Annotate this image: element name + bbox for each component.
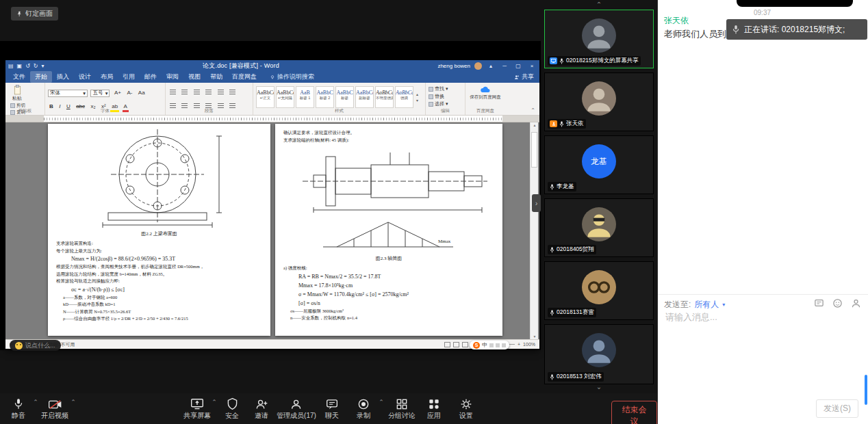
end-meeting-button[interactable]: 结束会议 bbox=[611, 401, 657, 424]
tab-review[interactable]: 审阅 bbox=[162, 71, 183, 83]
document-canvas[interactable]: 图2.2 上梁布置图 支承滚轮装置构造: 每个滚轮上最大压力为: Nmax = … bbox=[5, 122, 539, 339]
participant-tile[interactable]: 张天依 bbox=[544, 72, 654, 131]
styles-gallery-arrows[interactable]: ▴ ▾ bbox=[415, 86, 420, 108]
sort-button[interactable] bbox=[228, 88, 237, 96]
undo-icon[interactable]: ↺ bbox=[25, 63, 30, 69]
baidu-save-button[interactable]: 保存到百度网盘 bbox=[468, 94, 502, 100]
share-options-chevron[interactable]: ⌃ bbox=[212, 399, 217, 406]
styles-scroll-down-icon[interactable]: ▾ bbox=[416, 98, 418, 103]
style-subtitle[interactable]: AaBbCcD副标题 bbox=[355, 86, 374, 108]
decrease-indent-button[interactable] bbox=[204, 88, 213, 96]
horizontal-ruler[interactable] bbox=[5, 116, 539, 122]
read-mode-icon[interactable] bbox=[444, 342, 450, 347]
style-no-spacing[interactable]: AaBbCcD↵无间隔 bbox=[276, 86, 294, 108]
participant-tile-screen-share[interactable]: 02018215郑博文的屏幕共享 bbox=[544, 10, 654, 68]
style-emphasis[interactable]: AaBbCcDz强调 bbox=[395, 86, 413, 108]
quick-chat-placeholder[interactable]: 说点什么... bbox=[25, 341, 55, 350]
quick-chat-bar[interactable]: 说点什么... bbox=[10, 340, 61, 351]
paste-button[interactable]: 粘贴 bbox=[8, 85, 26, 102]
web-layout-icon[interactable] bbox=[462, 342, 468, 347]
breakout-rooms-button[interactable]: 分组讨论 bbox=[388, 397, 416, 421]
emoji-icon[interactable] bbox=[15, 342, 23, 349]
emoji-icon[interactable] bbox=[832, 298, 843, 308]
participant-tile[interactable]: 龙基 李龙基 bbox=[544, 135, 654, 194]
find-button[interactable]: 查找 ▾ bbox=[429, 85, 462, 92]
tab-design[interactable]: 设计 bbox=[74, 71, 96, 83]
start-video-button[interactable]: 开启视频 bbox=[41, 397, 68, 421]
scroll-down-icon[interactable]: ▼ bbox=[531, 334, 539, 339]
sogou-logo-icon[interactable]: S bbox=[473, 342, 480, 349]
tab-home[interactable]: 开始 bbox=[30, 71, 52, 83]
font-name-combo[interactable]: 宋体▾ bbox=[48, 90, 88, 97]
zoom-level[interactable]: 100% bbox=[523, 342, 535, 347]
ime-tool-icon[interactable] bbox=[496, 343, 500, 347]
minimize-button[interactable]: ─ bbox=[500, 63, 509, 69]
numbering-button[interactable] bbox=[180, 88, 189, 96]
tab-mailings[interactable]: 邮件 bbox=[140, 71, 162, 83]
scroll-up-icon[interactable]: ▲ bbox=[531, 123, 539, 127]
scrollbar-thumb[interactable] bbox=[531, 132, 537, 168]
style-heading2[interactable]: AaBbC标题 2 bbox=[316, 86, 334, 108]
tab-baidu-netdisk[interactable]: 百度网盘 bbox=[227, 71, 261, 83]
style-subtle-emphasis[interactable]: AaBbCcDz不明显强调 bbox=[375, 86, 394, 108]
grow-font-button[interactable]: A+ bbox=[113, 89, 123, 96]
ime-language-indicator[interactable]: 中 bbox=[482, 341, 487, 349]
ime-tool-icon[interactable] bbox=[489, 343, 494, 347]
redo-icon[interactable]: ↻ bbox=[34, 63, 38, 69]
mic-options-chevron[interactable]: ⌃ bbox=[33, 399, 38, 406]
style-heading1[interactable]: AaB标题 1 bbox=[296, 86, 314, 108]
style-normal[interactable]: AaBbCcD↵正文 bbox=[256, 86, 275, 108]
styles-scroll-up-icon[interactable]: ▴ bbox=[416, 92, 418, 96]
tab-help[interactable]: 帮助 bbox=[205, 71, 227, 83]
chat-button[interactable]: 聊天 bbox=[325, 397, 339, 421]
close-button[interactable]: × bbox=[527, 63, 537, 69]
mention-person-icon[interactable] bbox=[851, 298, 861, 308]
participant-tile[interactable]: 02018131赛雷 bbox=[544, 261, 654, 320]
select-button[interactable]: 选择 ▾ bbox=[429, 100, 462, 107]
record-button[interactable]: 录制 bbox=[357, 397, 370, 421]
save-icon[interactable]: ▣ bbox=[17, 63, 23, 69]
font-size-combo[interactable]: 五号▾ bbox=[90, 90, 110, 97]
invite-button[interactable]: 邀请 bbox=[255, 397, 268, 421]
replace-button[interactable]: 替换 bbox=[429, 92, 462, 100]
share-button[interactable]: 共享 bbox=[514, 72, 534, 81]
apps-button[interactable]: 应用 bbox=[427, 397, 441, 421]
ime-tool-icon[interactable] bbox=[502, 343, 506, 347]
zoom-in-icon[interactable]: + bbox=[518, 342, 520, 347]
send-to-selector[interactable]: 所有人 bbox=[694, 299, 719, 310]
bullets-button[interactable] bbox=[168, 88, 177, 96]
increase-indent-button[interactable] bbox=[216, 88, 225, 96]
share-screen-button[interactable]: 共享屏幕 bbox=[183, 397, 211, 421]
collapse-ribbon-icon[interactable]: ⌃ bbox=[531, 107, 535, 114]
chat-scrollbar-thumb[interactable] bbox=[865, 375, 867, 405]
change-case-button[interactable]: Aa bbox=[137, 89, 146, 96]
document-scrollbar[interactable]: ▲ ▼ bbox=[530, 122, 538, 339]
chat-message-input[interactable] bbox=[664, 311, 856, 323]
tab-file[interactable]: 文件 bbox=[8, 71, 30, 83]
tab-layout[interactable]: 布局 bbox=[96, 71, 118, 83]
participant-tile[interactable]: 02018513 刘宏伟 bbox=[544, 324, 654, 384]
mute-button[interactable]: 静音 bbox=[12, 397, 25, 421]
shrink-font-button[interactable]: A- bbox=[125, 89, 133, 96]
strip-scroll-down-icon[interactable]: ⌄ bbox=[542, 384, 656, 390]
settings-button[interactable]: 设置 bbox=[459, 397, 473, 421]
tab-references[interactable]: 引用 bbox=[118, 71, 140, 83]
send-message-button[interactable]: 发送(S) bbox=[816, 399, 858, 418]
strip-scroll-up-icon[interactable]: ⌃ bbox=[542, 1, 656, 8]
pin-view-button[interactable]: 钉定画面 bbox=[11, 7, 58, 21]
ime-toolbar[interactable]: S 中 bbox=[470, 341, 509, 349]
tab-view[interactable]: 视图 bbox=[183, 71, 205, 83]
style-title[interactable]: AaBbC标题 bbox=[335, 86, 354, 108]
ribbon-display-options-icon[interactable]: ▴ bbox=[486, 63, 496, 69]
manage-members-button[interactable]: 管理成员(17) bbox=[277, 397, 316, 421]
tab-insert[interactable]: 插入 bbox=[52, 71, 74, 83]
print-layout-icon[interactable] bbox=[453, 342, 459, 347]
record-options-chevron[interactable]: ⌃ bbox=[379, 399, 384, 406]
multilevel-list-button[interactable] bbox=[192, 88, 201, 96]
tell-me-search[interactable]: 操作说明搜索 bbox=[270, 72, 314, 81]
send-to-dropdown-icon[interactable]: ▾ bbox=[722, 302, 725, 308]
participant-tile[interactable]: 02018405贺翔 bbox=[544, 198, 654, 257]
chat-history-icon[interactable] bbox=[814, 298, 824, 308]
maximize-button[interactable]: ▢ bbox=[513, 63, 523, 69]
video-options-chevron[interactable]: ⌃ bbox=[71, 399, 76, 406]
